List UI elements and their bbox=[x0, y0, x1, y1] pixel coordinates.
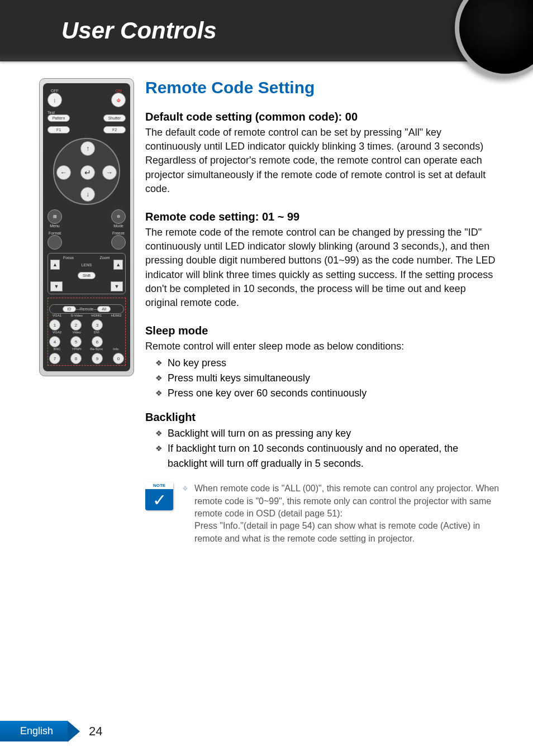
sleep-mode-heading: Sleep mode bbox=[145, 324, 499, 337]
off-label: OFF bbox=[47, 89, 62, 93]
vga2-label: VGA2 bbox=[49, 331, 65, 334]
focus-label: Focus bbox=[50, 256, 87, 260]
hdmi1-label: HDMI1 bbox=[89, 314, 104, 317]
remote-code-body: The remote code of the remote control ca… bbox=[145, 226, 499, 310]
mode-label: Mode bbox=[111, 224, 126, 228]
text-column: Remote Code Setting Default code setting… bbox=[145, 78, 511, 545]
list-item: If backlight turn on 10 seconds continuo… bbox=[155, 441, 499, 471]
remote-column: OFF| ON⏻ Test Pattern Shutter F1 F2 ↑ ↓ … bbox=[39, 78, 134, 545]
all-button: All bbox=[97, 306, 111, 312]
num-0-button: 0 bbox=[113, 353, 124, 364]
hdmi2-label: HDMI2 bbox=[108, 314, 124, 317]
content-area: OFF| ON⏻ Test Pattern Shutter F1 F2 ↑ ↓ … bbox=[0, 61, 533, 545]
list-item: No key press bbox=[155, 356, 499, 371]
ypbpr-label: YPbPr bbox=[69, 347, 84, 351]
num-4-button: 4 bbox=[49, 336, 60, 347]
format-label: Format bbox=[47, 231, 62, 235]
arrow-right-icon: → bbox=[102, 165, 117, 180]
sleep-mode-list: No key press Press multi keys simultaneo… bbox=[145, 356, 499, 401]
freeze-button bbox=[111, 235, 126, 250]
spacer-label bbox=[108, 331, 124, 334]
remote-text: —Remote— bbox=[76, 307, 98, 311]
f2-button: F2 bbox=[103, 126, 126, 133]
footer-page-number: 24 bbox=[89, 724, 102, 739]
num-7-button: 7 bbox=[49, 353, 60, 364]
list-item: Backlight will turn on as pressing any k… bbox=[155, 426, 499, 441]
zoom-label: Zoom bbox=[87, 256, 123, 260]
arrow-left-icon: ← bbox=[56, 165, 71, 180]
pattern-button: Pattern bbox=[47, 114, 70, 122]
svideo-label: S-Video bbox=[69, 314, 84, 317]
list-item: Press multi keys simultaneously bbox=[155, 371, 499, 386]
enter-icon: ↵ bbox=[80, 165, 95, 180]
note-row: When remote code is "ALL (00)", this rem… bbox=[145, 482, 499, 545]
default-code-heading: Default code setting (common code): 00 bbox=[145, 111, 499, 123]
sleep-mode-intro: Remote control will enter sleep mode as … bbox=[145, 339, 499, 353]
bnc-label: BNC bbox=[49, 347, 65, 351]
info-label: Info. bbox=[108, 347, 124, 351]
on-button: ⏻ bbox=[111, 93, 126, 107]
num-3-button: 3 bbox=[92, 319, 103, 331]
num-1-button: 1 bbox=[49, 319, 60, 331]
on-label: ON bbox=[111, 89, 126, 93]
mode-button: ⚙ bbox=[111, 209, 126, 224]
format-button bbox=[47, 235, 62, 250]
note-text: When remote code is "ALL (00)", this rem… bbox=[182, 482, 499, 545]
backlight-heading: Backlight bbox=[145, 411, 499, 424]
menu-label: Menu bbox=[47, 224, 62, 228]
dvi-label: DVI bbox=[89, 331, 104, 334]
header-title: User Controls bbox=[61, 17, 217, 44]
note-line-2: Press "Info."(detail in page 54) can sho… bbox=[182, 520, 499, 545]
section-title: Remote Code Setting bbox=[145, 78, 499, 97]
num-2-button: 2 bbox=[70, 319, 82, 331]
f1-button: F1 bbox=[47, 126, 70, 133]
arrow-down-icon: ↓ bbox=[80, 187, 95, 202]
num-8-button: 8 bbox=[70, 353, 82, 364]
page-header: User Controls bbox=[0, 0, 533, 61]
footer: English 24 bbox=[0, 721, 103, 741]
list-item: Press one key over 60 seconds continuous… bbox=[155, 386, 499, 401]
note-icon bbox=[145, 482, 173, 510]
num-5-button: 5 bbox=[70, 336, 82, 347]
id-button: ID bbox=[63, 306, 76, 312]
shutter-button: Shutter bbox=[103, 114, 126, 122]
lens-label: LENS bbox=[60, 263, 113, 267]
video-label: Video bbox=[69, 331, 84, 334]
remote-id-group: ID —Remote— All VGA1 S-Video HDMI1 HDMI2… bbox=[47, 298, 126, 366]
id-row: ID —Remote— All bbox=[49, 304, 124, 314]
menu-button: ▤ bbox=[47, 209, 62, 224]
dpad: ↑ ↓ ← → ↵ bbox=[53, 138, 120, 205]
default-code-body: The default code of remote control can b… bbox=[145, 126, 499, 196]
test-label: Test bbox=[47, 111, 126, 114]
vga1-label: VGA1 bbox=[49, 314, 65, 317]
num-9-button: 9 bbox=[92, 353, 103, 364]
shift-button: Shift bbox=[78, 272, 96, 279]
off-button: | bbox=[47, 93, 62, 107]
note-line-1: When remote code is "ALL (00)", this rem… bbox=[182, 482, 499, 520]
resync-label: Re-Sync bbox=[89, 347, 104, 351]
focus-up-icon: ▲ bbox=[50, 260, 60, 270]
num-6-button: 6 bbox=[92, 336, 103, 347]
footer-language: English bbox=[0, 721, 68, 741]
freeze-label: Freeze bbox=[111, 231, 126, 235]
lens-controls: Focus Zoom ▲ LENS ▲ Shift ▼ ▼ bbox=[47, 253, 126, 294]
remote-code-heading: Remote code setting: 01 ~ 99 bbox=[145, 210, 499, 223]
arrow-up-icon: ↑ bbox=[80, 141, 95, 156]
focus-down-icon: ▼ bbox=[50, 281, 63, 291]
zoom-up-icon: ▲ bbox=[113, 260, 123, 270]
zoom-down-icon: ▼ bbox=[111, 281, 123, 291]
backlight-list: Backlight will turn on as pressing any k… bbox=[145, 426, 499, 471]
remote-control-illustration: OFF| ON⏻ Test Pattern Shutter F1 F2 ↑ ↓ … bbox=[39, 78, 134, 376]
